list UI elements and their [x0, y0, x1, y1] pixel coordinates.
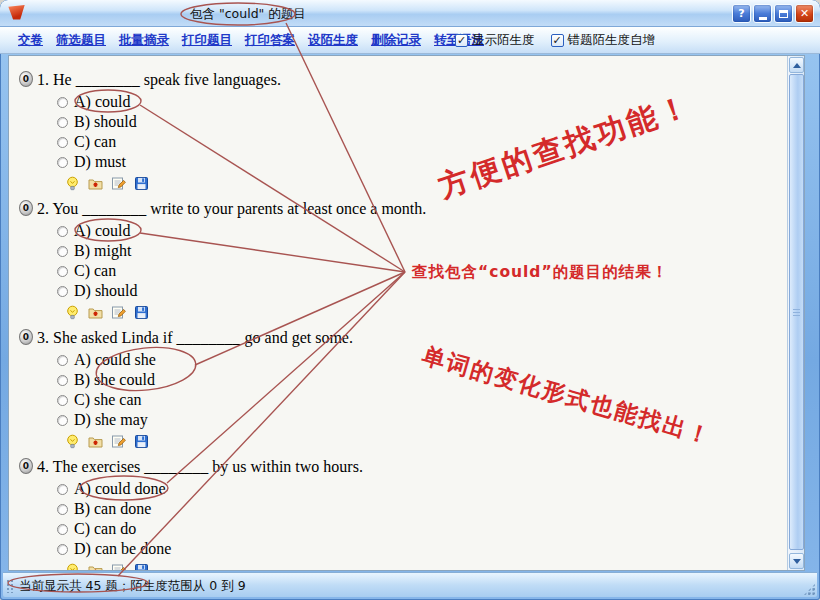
app-window: 包含 "could" 的题目 ? ✕ 交卷筛选题目批量摘录打印题目打印答案设陌生…: [0, 0, 820, 600]
lightbulb-icon[interactable]: [65, 176, 80, 191]
option-radio[interactable]: [57, 355, 68, 366]
lightbulb-icon[interactable]: [65, 563, 80, 572]
option-label: D) must: [74, 153, 126, 171]
checkbox-wrong-auto-increase[interactable]: ✓ 错题陌生度自增: [551, 32, 656, 49]
save-icon[interactable]: [134, 563, 149, 572]
option-label: B) she could: [74, 371, 155, 389]
option-label: C) she can: [74, 391, 142, 409]
option-radio[interactable]: [57, 97, 68, 108]
option-radio[interactable]: [57, 117, 68, 128]
folder-star-icon[interactable]: [88, 305, 103, 320]
menu-item-5[interactable]: 打印答案: [245, 32, 295, 49]
checkbox-group: ✓ 显示陌生度 ✓ 错题陌生度自增: [455, 32, 655, 49]
option-label: A) could: [74, 222, 130, 240]
option-label: B) might: [74, 242, 131, 260]
scroll-down-button[interactable]: [789, 553, 804, 569]
option-row-D: D) should: [57, 281, 804, 301]
question-tools: [65, 563, 804, 571]
question-line: 01. He ________ speak five languages.: [19, 69, 804, 90]
status-bar: 当前显示共 45 题；陌生度范围从 0 到 9: [3, 572, 817, 597]
option-radio[interactable]: [57, 226, 68, 237]
minimize-button[interactable]: [753, 4, 772, 23]
note-edit-icon[interactable]: [111, 176, 126, 191]
option-radio[interactable]: [57, 504, 68, 515]
option-radio[interactable]: [57, 524, 68, 535]
menu-item-4[interactable]: 打印题目: [182, 32, 232, 49]
window-controls: ? ✕: [732, 4, 814, 23]
maximize-button[interactable]: [774, 4, 793, 23]
option-list: A) could sheB) she couldC) she canD) she…: [57, 350, 804, 430]
lightbulb-icon[interactable]: [65, 434, 80, 449]
option-label: A) could she: [74, 351, 156, 369]
question-text: 2. You ________ write to your parents at…: [37, 198, 426, 219]
option-row-D: D) must: [57, 152, 804, 172]
save-icon[interactable]: [134, 176, 149, 191]
option-label: D) can be done: [74, 540, 171, 558]
question-item-2: 02. You ________ write to your parents a…: [19, 198, 804, 319]
checkbox-checked-icon[interactable]: ✓: [551, 34, 564, 47]
option-radio[interactable]: [57, 375, 68, 386]
folder-star-icon[interactable]: [88, 176, 103, 191]
question-line: 03. She asked Linda if ________ go and g…: [19, 327, 804, 348]
resize-grip[interactable]: [803, 583, 816, 596]
option-radio[interactable]: [57, 544, 68, 555]
option-radio[interactable]: [57, 395, 68, 406]
menu-item-1[interactable]: 交卷: [18, 32, 43, 49]
help-button[interactable]: ?: [732, 4, 751, 23]
question-item-4: 04. The exercises ________ by us within …: [19, 456, 804, 571]
option-label: D) she may: [74, 411, 148, 429]
option-row-A: A) could she: [57, 350, 804, 370]
checkbox-checked-icon[interactable]: ✓: [455, 34, 468, 47]
note-edit-icon[interactable]: [111, 563, 126, 572]
option-radio[interactable]: [57, 137, 68, 148]
scrollbar-thumb[interactable]: [789, 74, 804, 550]
question-line: 02. You ________ write to your parents a…: [19, 198, 804, 219]
folder-star-icon[interactable]: [88, 563, 103, 572]
option-row-B: B) she could: [57, 370, 804, 390]
menu-item-3[interactable]: 批量摘录: [119, 32, 169, 49]
option-row-C: C) she can: [57, 390, 804, 410]
option-label: C) can: [74, 133, 116, 151]
option-list: A) couldB) mightC) canD) should: [57, 221, 804, 301]
option-row-B: B) should: [57, 112, 804, 132]
option-label: C) can do: [74, 520, 136, 538]
option-list: A) couldB) shouldC) canD) must: [57, 92, 804, 172]
note-edit-icon[interactable]: [111, 305, 126, 320]
option-row-A: A) could: [57, 221, 804, 241]
folder-star-icon[interactable]: [88, 434, 103, 449]
window-title: 包含 "could" 的题目: [190, 6, 306, 23]
unfamiliarity-badge: 0: [19, 71, 33, 87]
chevron-down-icon: [793, 559, 801, 564]
close-button[interactable]: ✕: [795, 4, 814, 23]
menu-item-6[interactable]: 设陌生度: [308, 32, 358, 49]
vertical-scrollbar[interactable]: [787, 56, 804, 570]
maximize-icon: [779, 10, 788, 18]
app-icon: [8, 5, 25, 20]
scroll-up-button[interactable]: [789, 57, 804, 73]
status-grip-dots: [6, 579, 15, 593]
option-row-C: C) can: [57, 132, 804, 152]
menu-item-7[interactable]: 删除记录: [371, 32, 421, 49]
lightbulb-icon[interactable]: [65, 305, 80, 320]
option-radio[interactable]: [57, 157, 68, 168]
note-edit-icon[interactable]: [111, 434, 126, 449]
question-line: 04. The exercises ________ by us within …: [19, 456, 804, 477]
option-radio[interactable]: [57, 286, 68, 297]
option-radio[interactable]: [57, 484, 68, 495]
option-row-A: A) could: [57, 92, 804, 112]
option-radio[interactable]: [57, 415, 68, 426]
question-text: 3. She asked Linda if ________ go and ge…: [37, 327, 353, 348]
option-row-B: B) might: [57, 241, 804, 261]
checkbox-show-unfamiliarity[interactable]: ✓ 显示陌生度: [455, 32, 535, 49]
save-icon[interactable]: [134, 434, 149, 449]
option-radio[interactable]: [57, 266, 68, 277]
option-row-C: C) can do: [57, 519, 804, 539]
option-radio[interactable]: [57, 246, 68, 257]
option-list: A) could doneB) can doneC) can doD) can …: [57, 479, 804, 559]
save-icon[interactable]: [134, 305, 149, 320]
option-row-D: D) can be done: [57, 539, 804, 559]
option-row-B: B) can done: [57, 499, 804, 519]
menu-item-2[interactable]: 筛选题目: [56, 32, 106, 49]
titlebar[interactable]: 包含 "could" 的题目 ? ✕: [0, 0, 820, 27]
minimize-icon: [759, 17, 767, 20]
